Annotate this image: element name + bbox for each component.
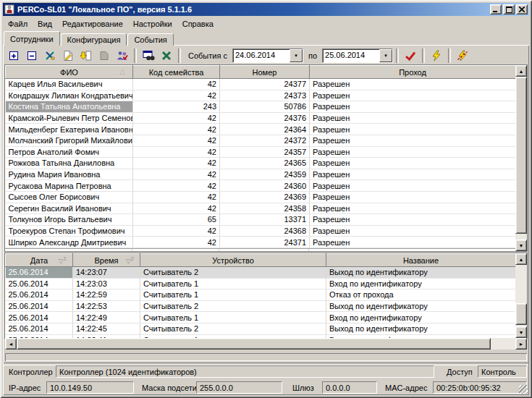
column-header-family-code[interactable]: Код семейства	[133, 66, 220, 79]
employee-access[interactable]: Разрешен	[310, 158, 516, 169]
employee-fio[interactable]: Петров Анатолий Фомич	[6, 146, 133, 158]
employee-access[interactable]: Разрешен	[310, 146, 516, 158]
event-row[interactable]: 25.06.2014 14:22:45 Считыватель 2 Выход …	[6, 323, 516, 334]
employee-row[interactable]: Сысоев Олег Борисович 42 24369 Разрешен	[6, 191, 516, 203]
event-time[interactable]: 14:22:59	[73, 289, 140, 301]
event-device[interactable]: Считыватель 2	[140, 300, 326, 312]
menu-item[interactable]: Настройки	[128, 18, 177, 30]
access-rights-button[interactable]	[114, 47, 131, 64]
event-row[interactable]: 25.06.2014 14:22:59 Считыватель 1 Отказ …	[6, 289, 516, 301]
date-from-combo[interactable]: 24.06.2014 ▼	[232, 48, 303, 63]
scroll-up-button[interactable]: ▲	[515, 65, 527, 77]
scroll-left-button[interactable]: ◄	[5, 338, 17, 350]
events-vertical-scrollbar[interactable]: ▲ ▼	[515, 253, 527, 338]
event-name[interactable]: Выход по идентификатору	[326, 267, 516, 279]
employee-row[interactable]: Русакова Марина Петровна 42 24360 Разреш…	[6, 180, 516, 192]
delete-row-button[interactable]	[23, 47, 41, 64]
scrollbar-thumb[interactable]	[17, 338, 491, 350]
event-date[interactable]: 25.06.2014	[6, 278, 73, 289]
tab[interactable]: Сотрудники	[4, 31, 60, 46]
tab[interactable]: Конфигурация	[61, 33, 127, 46]
employee-fio[interactable]: Сысоев Олег Борисович	[6, 191, 133, 203]
employee-fio[interactable]: Троекуров Степан Трофимович	[6, 225, 133, 237]
view-events-button[interactable]	[140, 47, 157, 64]
employee-row[interactable]: Троекуров Степан Трофимович 42 24368 Раз…	[6, 225, 516, 237]
employee-number[interactable]: 50786	[220, 101, 310, 113]
event-time[interactable]: 14:23:07	[73, 267, 140, 279]
apply-filter-button[interactable]	[402, 47, 419, 64]
menu-item[interactable]: Файл	[3, 18, 33, 30]
event-device[interactable]: Считыватель 1	[140, 289, 326, 301]
employee-access[interactable]: Разрешен	[310, 214, 516, 226]
scrollbar-track[interactable]	[491, 338, 515, 350]
employee-access[interactable]: Разрешен	[310, 124, 516, 135]
load-from-controller-button[interactable]	[77, 47, 95, 64]
maximize-button[interactable]	[503, 4, 515, 14]
employee-fio[interactable]: Серегин Василий Иванович	[6, 203, 133, 214]
event-date[interactable]: 25.06.2014	[6, 312, 73, 323]
start-monitoring-button[interactable]	[428, 47, 445, 64]
tab[interactable]: События	[127, 33, 173, 46]
employee-row[interactable]: Толкунов Игорь Витальевич 65 13371 Разре…	[6, 214, 516, 226]
write-to-controller-button[interactable]	[96, 47, 113, 64]
employee-number[interactable]: 24368	[220, 225, 310, 237]
employee-family-code[interactable]: 42	[133, 191, 220, 203]
edit-identifier-button[interactable]	[41, 47, 59, 64]
employee-number[interactable]: 13371	[220, 214, 310, 226]
employees-vertical-scrollbar[interactable]: ▲ ▼	[515, 65, 527, 251]
employee-fio[interactable]: Толкунов Игорь Витальевич	[6, 214, 133, 226]
employee-fio[interactable]: Костина Татьяна Анатольевна	[6, 101, 133, 113]
event-time[interactable]: 14:22:49	[73, 312, 140, 323]
employee-row[interactable]: Серегин Василий Иванович 42 24358 Разреш…	[6, 203, 516, 214]
employee-access[interactable]: Разрешен	[310, 169, 516, 180]
employee-fio[interactable]: Мильденберг Екатерина Ивановна	[6, 124, 133, 135]
event-row[interactable]: 25.06.2014 14:22:49 Считыватель 1 Вход п…	[6, 312, 516, 323]
employee-access[interactable]: Разрешен	[310, 135, 516, 146]
event-name[interactable]: Вход по идентификатору	[326, 278, 516, 289]
employee-fio[interactable]: Русакова Марина Петровна	[6, 180, 133, 192]
employee-row[interactable]: Костина Татьяна Анатольевна 243 50786 Ра…	[6, 101, 516, 113]
employee-access[interactable]: Разрешен	[310, 79, 516, 90]
employee-fio[interactable]: Крамской-Рылевич Петр Семенович	[6, 112, 133, 124]
employee-fio[interactable]: Молчанский Григорий Михайлович	[6, 135, 133, 146]
employee-access[interactable]: Разрешен	[310, 180, 516, 192]
event-row[interactable]: 25.06.2014 14:22:53 Считыватель 2 Выход …	[6, 300, 516, 312]
employee-fio[interactable]: Карцев Илья Васильевич	[6, 79, 133, 90]
employee-row[interactable]: Мильденберг Екатерина Ивановна 42 24364 …	[6, 124, 516, 135]
employee-fio[interactable]: Кондрашук Лилиан Кондратьевич	[6, 90, 133, 101]
employee-row[interactable]: Кондрашук Лилиан Кондратьевич 42 24373 Р…	[6, 90, 516, 101]
employee-number[interactable]: 24359	[220, 169, 310, 180]
column-header-access[interactable]: Проход	[310, 66, 516, 79]
employee-access[interactable]: Разрешен	[310, 225, 516, 237]
employee-family-code[interactable]: 42	[133, 225, 220, 237]
employee-number[interactable]: 24364	[220, 124, 310, 135]
event-name[interactable]: Выход по идентификатору	[326, 323, 516, 334]
scroll-right-button[interactable]: ►	[515, 338, 527, 350]
employee-fio[interactable]: Рудина Мария Ивановна	[6, 169, 133, 180]
employee-number[interactable]: 24357	[220, 146, 310, 158]
employee-row[interactable]: Шпирко Александр Дмитриевич 42 24371 Раз…	[6, 237, 516, 248]
employee-access[interactable]: Разрешен	[310, 112, 516, 124]
employee-access[interactable]: Разрешен	[310, 191, 516, 203]
employee-family-code[interactable]: 42	[133, 158, 220, 169]
date-to-combo[interactable]: 25.06.2014 ▼	[322, 48, 393, 63]
event-device[interactable]: Считыватель 2	[140, 323, 326, 334]
employee-number[interactable]: 24376	[220, 112, 310, 124]
edit-card-button[interactable]	[59, 47, 77, 64]
employee-number[interactable]: 24365	[220, 158, 310, 169]
employee-row[interactable]: Петров Анатолий Фомич 42 24357 Разрешен	[6, 146, 516, 158]
event-row[interactable]: 25.06.2014 14:23:07 Считыватель 2 Выход …	[6, 267, 516, 279]
employee-row[interactable]: Рожкова Татьяна Даниловна 42 24365 Разре…	[6, 158, 516, 169]
event-date[interactable]: 25.06.2014	[6, 289, 73, 301]
dropdown-arrow-icon[interactable]: ▼	[290, 49, 303, 62]
employee-family-code[interactable]: 42	[133, 112, 220, 124]
event-date[interactable]: 25.06.2014	[6, 267, 73, 279]
employee-number[interactable]: 24371	[220, 237, 310, 248]
column-header-time[interactable]: Время ▽2	[73, 254, 140, 267]
column-header-fio[interactable]: ФИО △	[6, 66, 133, 79]
event-device[interactable]: Считыватель 2	[140, 267, 326, 279]
employee-row[interactable]: Молчанский Григорий Михайлович 42 24372 …	[6, 135, 516, 146]
menu-item[interactable]: Справка	[177, 18, 219, 30]
scroll-down-button[interactable]: ▼	[515, 326, 527, 338]
employee-number[interactable]: 24369	[220, 191, 310, 203]
